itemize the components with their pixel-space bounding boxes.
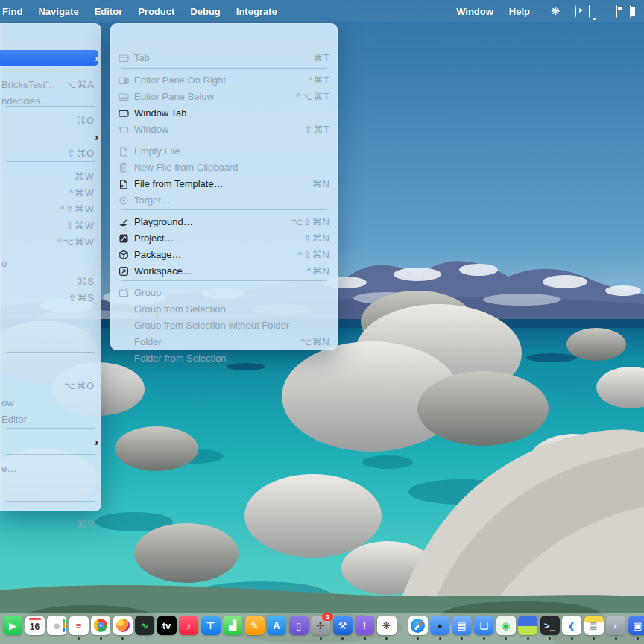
file-menu-item[interactable]: ^⌘W [0,185,98,201]
menubar-item-help[interactable]: Help [509,6,530,17]
file-menu-item-new-selected[interactable]: › [0,50,98,66]
file-menu-item[interactable]: Editor [0,411,98,427]
chatgpt-icon[interactable]: ❋ [549,4,562,18]
new-submenu-item-package[interactable]: Package…^⇧⌘N [114,247,334,262]
new-submenu-item-group-from-selection[interactable]: Group from Selection [114,301,334,317]
dock-icon-facetime[interactable]: ▶ [3,616,22,635]
new-submenu-item-target[interactable]: Target… [114,192,334,208]
menu-item-shortcut: ^⌥⌘W [57,236,95,247]
dock-icon-calendar[interactable]: 16 [25,616,45,635]
file-menu-item[interactable]: ⌘O [0,113,98,128]
file-menu-item[interactable]: ⌘W [0,168,98,184]
new-submenu-item-file-from-template[interactable]: File from Template…⌘N [114,176,334,192]
new-submenu-item-window-tab[interactable]: Window Tab [114,105,334,121]
file-menu-item[interactable]: › [0,129,98,145]
menu-item-label: Group from Selection [134,303,334,315]
file-menu-item[interactable]: o [0,256,98,271]
menu-separator [6,428,95,429]
dock-icon-music[interactable]: ♪ [179,616,198,635]
file-menu-item[interactable]: ^⇧⌘W [0,201,98,217]
new-submenu-item-tab[interactable]: Tab⌘T [114,50,334,66]
target-icon [118,195,129,206]
menu-item-label: Folder from Selection [134,353,334,364]
dock-icon-contacts[interactable]: ☻ [47,616,66,635]
dock-icon-files-app[interactable]: ❏ [474,616,493,635]
running-indicator-dot [637,637,639,640]
dock-icon-chatgpt[interactable]: ❋ [377,616,397,635]
file-menu-item[interactable]: e… [0,461,98,476]
dock-icon-camera-app[interactable]: ● [430,616,449,635]
dock-icon-terminal[interactable]: >_ [540,616,560,635]
menubar-item-integrate[interactable]: Integrate [236,6,277,17]
dock-icon-green-circle-app[interactable]: ◉ [496,616,516,635]
dock-icon-keynote[interactable]: ⊤ [201,616,221,635]
new-submenu-item-project[interactable]: Project…⇧⌘N [114,230,334,246]
new-submenu-item-editor-pane-on-right[interactable]: Editor Pane On Right^⌘T [114,72,334,88]
new-submenu-item-playground[interactable]: Playground…⌥⇧⌘N [114,214,334,230]
dock-icon-apple-tv[interactable]: tv [157,616,177,635]
new-submenu-item-group-from-selection-without-folder[interactable]: Group from Selection without Folder [114,318,334,333]
menu-separator [6,106,95,107]
file-menu-item[interactable]: ^⌥⌘W [0,234,98,250]
file-menu-item[interactable]: ⇧⌘S [0,290,98,306]
new-submenu-item-editor-pane-below[interactable]: Editor Pane Below^⌥⌘T [114,89,334,104]
file-menu-item[interactable]: ⌘S [0,274,98,289]
dock-icon-blue-window-app[interactable]: ▤ [452,616,472,635]
menubar-item-find[interactable]: Find [2,6,22,17]
new-submenu-item-group[interactable]: Group [114,285,334,300]
running-indicator-dot [483,637,485,640]
new-submenu-item-folder-from-selection[interactable]: Folder from Selection [114,350,334,366]
dock-icon-numbers[interactable]: ▟ [223,616,242,635]
new-submenu-item-new-file-from-clipboard[interactable]: New File from Clipboard [114,160,334,175]
dock-icon-chrome[interactable] [91,616,110,635]
file-menu-item[interactable]: ⌘P [0,517,98,532]
display-icon[interactable] [589,6,590,17]
file-menu-item[interactable]: ow [0,395,98,411]
play-circle-icon[interactable] [575,6,576,17]
contacts-glyph: ☻ [51,621,62,631]
dock-icon-app-store[interactable]: A [267,616,286,635]
dock-icon-fan-app[interactable]: ✣3 [311,616,330,635]
menu-item-label: Group [134,287,334,298]
dock-icon-xcode[interactable]: ⚒ [333,616,353,635]
file-menu-item[interactable]: ⇧⌘O [0,145,98,161]
menubar-item-navigate[interactable]: Navigate [38,6,78,17]
dock-icon-squares-app[interactable]: ▣ [628,616,644,635]
reminders-glyph: ≡ [76,621,82,631]
dock-icon-feedback-assistant[interactable]: ! [355,616,374,635]
new-submenu-item-empty-file[interactable]: Empty File [114,143,334,159]
menu-item-label: Window Tab [134,107,334,119]
battery-icon[interactable] [630,6,631,17]
file-menu-item[interactable]: › [0,434,98,449]
menubar-item-editor[interactable]: Editor [95,6,123,17]
dock-icon-firefox[interactable] [113,616,133,635]
menu-item-label: ndencies… [0,95,98,107]
file-menu-item[interactable]: ⇧⌘W [0,218,98,233]
menubar-item-product[interactable]: Product [138,6,174,17]
new-submenu-item-folder[interactable]: Folder⌥⌘N [114,334,334,350]
dock-icon-vscode[interactable]: ❮ [562,616,581,635]
menubar-item-debug[interactable]: Debug [190,6,220,17]
numbers-glyph: ▟ [229,621,236,631]
running-indicator-dot [527,637,529,640]
dock-icon-pages[interactable]: ✎ [245,616,265,635]
menu-item-label: Editor Pane On Right [134,75,299,86]
file-menu-item[interactable]: BricksTest”…⌥⌘A [0,77,98,92]
dock-icon-reminders[interactable]: ≡ [69,616,89,635]
menu-item-shortcut: ⌥⌘N [300,336,330,347]
menu-item-label: ow [0,397,98,408]
swift-bird-icon [118,216,129,227]
new-submenu-item-workspace[interactable]: Workspace…^⌘N [114,263,334,279]
music-glyph: ♪ [186,621,192,631]
dock-icon-activity-monitor[interactable]: ∿ [135,616,154,635]
dock-icon-notes[interactable]: ≣ [584,616,604,635]
dock-icon-stone-app[interactable]: ◗ [606,616,625,635]
stage-manager-icon[interactable] [616,6,617,17]
dock-icon-purple-door-app[interactable]: ▯ [289,616,309,635]
new-submenu-item-window[interactable]: Window⇧⌘T [114,121,334,137]
file-menu-item[interactable]: ⌥⌘O [0,378,98,394]
dock-icon-safari[interactable] [408,616,428,635]
dock-icon-android-emulator[interactable] [518,616,537,635]
running-indicator-dot [461,637,463,640]
menubar-item-window[interactable]: Window [456,6,493,17]
